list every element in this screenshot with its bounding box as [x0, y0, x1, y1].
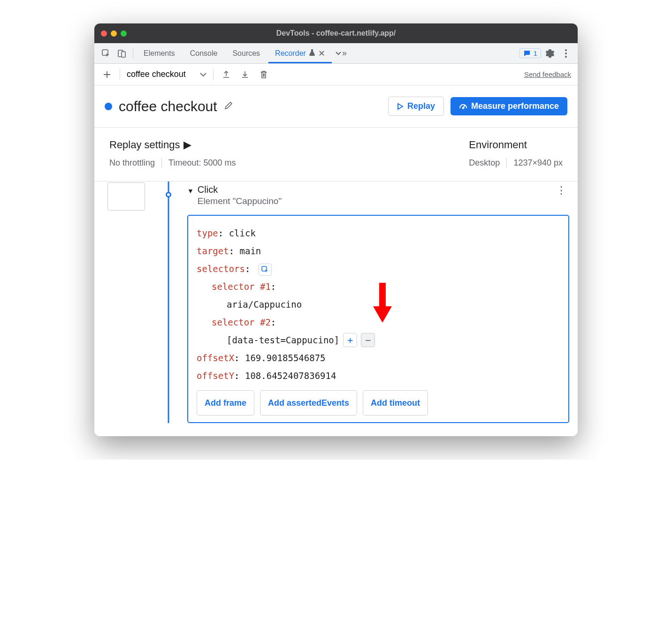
steps-area: ▼ Click Element "Cappucino" ⋮ type: clic…	[94, 182, 578, 436]
device-value: Desktop	[469, 158, 500, 168]
recording-name: coffee checkout	[127, 69, 186, 79]
more-menu-icon[interactable]	[559, 46, 573, 61]
close-tab-icon[interactable]: ✕	[318, 48, 325, 59]
measure-performance-button[interactable]: Measure performance	[451, 97, 567, 115]
field-type-val[interactable]: click	[229, 228, 256, 238]
selector-picker-icon[interactable]	[259, 264, 272, 276]
field-sel2-key: selector #2	[212, 317, 271, 327]
replay-label: Replay	[407, 101, 435, 111]
record-status-dot	[105, 103, 112, 110]
settings-icon[interactable]	[543, 46, 557, 61]
step-header[interactable]: ▼ Click Element "Cappucino" ⋮	[187, 184, 569, 206]
tab-recorder[interactable]: Recorder ✕	[268, 43, 332, 63]
step-more-menu-icon[interactable]: ⋮	[556, 184, 569, 197]
field-sel1-key: selector #1	[212, 281, 271, 292]
remove-selector-button[interactable]: −	[361, 333, 375, 347]
titlebar: DevTools - coffee-cart.netlify.app/	[94, 23, 578, 43]
edit-title-icon[interactable]	[224, 101, 233, 112]
timeout-value: Timeout: 5000 ms	[168, 158, 236, 168]
add-timeout-button[interactable]: Add timeout	[363, 390, 428, 416]
maximize-window-button[interactable]	[121, 30, 127, 37]
replay-settings-title: Replay settings	[109, 139, 180, 151]
inspect-element-icon[interactable]	[99, 46, 113, 61]
svg-point-4	[565, 53, 567, 54]
field-target-val[interactable]: main	[240, 246, 261, 256]
step-body: ▼ Click Element "Cappucino" ⋮ type: clic…	[187, 182, 569, 423]
recording-select[interactable]: coffee checkout	[127, 69, 206, 79]
delete-icon[interactable]	[258, 68, 270, 81]
svg-rect-2	[122, 52, 125, 57]
field-offx-val[interactable]: 169.90185546875	[245, 353, 326, 363]
new-recording-icon[interactable]	[101, 68, 113, 81]
window-controls	[101, 30, 127, 37]
field-sel1-val[interactable]: aria/Cappucino	[227, 299, 302, 310]
field-offy-key: offsetY	[197, 371, 234, 381]
issues-badge[interactable]: 1	[519, 48, 541, 58]
tab-elements[interactable]: Elements	[137, 43, 182, 63]
field-target-key: target	[197, 246, 229, 256]
devtools-tabbar: Elements Console Sources Recorder ✕ » 1	[94, 43, 578, 64]
thumbnail-strip	[103, 182, 150, 423]
measure-label: Measure performance	[471, 101, 559, 111]
minimize-window-button[interactable]	[111, 30, 117, 37]
field-sel2-val[interactable]: [data-test=Cappucino]	[227, 331, 339, 349]
divider	[133, 48, 133, 59]
recorder-toolbar: coffee checkout Send feedback	[94, 64, 578, 85]
import-icon[interactable]	[239, 68, 251, 81]
svg-point-3	[565, 49, 567, 51]
svg-point-6	[462, 107, 464, 108]
field-type-key: type	[197, 228, 218, 238]
devtools-window: DevTools - coffee-cart.netlify.app/ Elem…	[94, 23, 578, 436]
add-selector-button[interactable]: +	[343, 333, 357, 347]
environment-title: Environment	[469, 139, 527, 151]
recording-title: coffee checkout	[119, 98, 217, 114]
throttling-value: No throttling	[109, 158, 155, 168]
tab-recorder-label: Recorder	[275, 49, 306, 58]
svg-point-5	[565, 56, 567, 58]
chevron-down-icon	[200, 69, 206, 79]
environment-group: Environment Desktop 1237×940 px	[469, 139, 563, 168]
issues-count: 1	[534, 49, 537, 57]
tab-console[interactable]: Console	[183, 43, 224, 63]
field-offx-key: offsetX	[197, 353, 234, 363]
step-subtitle: Element "Cappucino"	[198, 196, 282, 206]
export-icon[interactable]	[220, 68, 232, 81]
svg-rect-8	[379, 283, 386, 306]
viewport-value: 1237×940 px	[513, 158, 563, 168]
field-selectors-key: selectors	[197, 264, 245, 274]
replay-settings-group[interactable]: Replay settings ▶ No throttling Timeout:…	[109, 139, 236, 168]
field-offy-val[interactable]: 108.6452407836914	[245, 371, 336, 381]
step-thumbnail[interactable]	[107, 182, 145, 211]
close-window-button[interactable]	[101, 30, 107, 37]
replay-button[interactable]: Replay	[388, 97, 444, 116]
timeline-node[interactable]	[166, 192, 171, 197]
annotation-arrow-icon	[373, 283, 392, 327]
recording-header: coffee checkout Replay Measure performan…	[94, 85, 578, 127]
add-asserted-events-button[interactable]: Add assertedEvents	[260, 390, 357, 416]
send-feedback-link[interactable]: Send feedback	[524, 70, 571, 78]
caret-right-icon: ▶	[183, 139, 191, 151]
more-tabs-icon[interactable]: »	[334, 46, 348, 61]
device-toolbar-icon[interactable]	[115, 46, 129, 61]
step-title: Click	[198, 184, 282, 195]
add-frame-button[interactable]: Add frame	[197, 390, 254, 416]
caret-down-icon: ▼	[187, 184, 194, 195]
timeline	[150, 182, 187, 423]
tab-sources[interactable]: Sources	[226, 43, 267, 63]
window-title: DevTools - coffee-cart.netlify.app/	[94, 29, 578, 38]
settings-row: Replay settings ▶ No throttling Timeout:…	[94, 128, 578, 181]
flask-icon	[309, 49, 315, 58]
